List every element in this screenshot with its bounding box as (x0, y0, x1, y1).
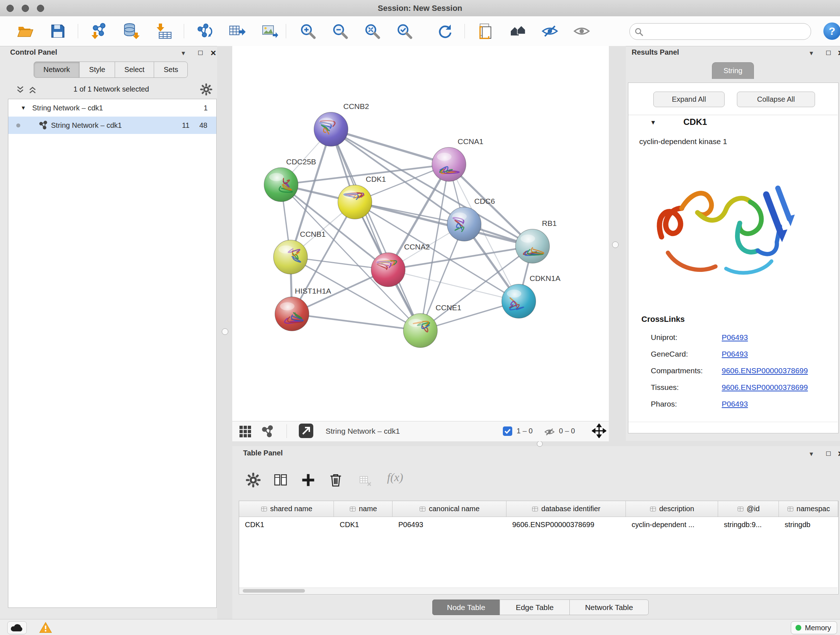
search-box[interactable] (630, 23, 811, 40)
network-row[interactable]: String Network – cdk1 11 48 (8, 117, 216, 134)
table-cell[interactable]: stringdb:9... (718, 517, 779, 532)
panel-menu-icon[interactable]: ▾ (810, 450, 813, 458)
close-panel-icon[interactable]: × (210, 49, 216, 57)
expand-all-button[interactable]: Expand All (653, 92, 725, 107)
column-header--id[interactable]: @id (718, 501, 779, 517)
network-collection-row[interactable]: ▼ String Network – cdk1 1 (8, 99, 216, 117)
tab-node-table[interactable]: Node Table (432, 600, 500, 615)
tab-select[interactable]: Select (115, 62, 155, 78)
eye-slash-icon[interactable] (541, 22, 559, 40)
import-network-file-icon[interactable] (90, 22, 107, 40)
collapse-section-icon[interactable]: ▼ (650, 119, 656, 126)
horizontal-scrollbar[interactable] (239, 587, 837, 594)
network-canvas[interactable]: CCNB2CCNA1CDC25BCDK1CDC6RB1CCNB1CCNA2CDK… (232, 46, 609, 421)
close-panel-icon[interactable]: × (838, 450, 840, 458)
column-header-shared-name[interactable]: shared name (239, 501, 334, 517)
network-node-CCNA2[interactable] (371, 253, 405, 287)
help-icon[interactable]: ? (823, 22, 840, 40)
scrollbar-thumb[interactable] (243, 589, 305, 593)
open-in-new-icon[interactable] (299, 424, 313, 438)
eye-icon[interactable] (573, 22, 591, 40)
tab-network-table[interactable]: Network Table (569, 600, 649, 615)
zoom-fit-icon[interactable] (363, 22, 381, 40)
function-builder-icon[interactable]: f(x) (387, 470, 403, 484)
network-view[interactable]: CCNB2CCNA1CDC25BCDK1CDC6RB1CCNB1CCNA2CDK… (232, 46, 609, 421)
tab-string[interactable]: String (712, 62, 754, 79)
export-image-icon[interactable] (261, 22, 278, 40)
memory-button[interactable]: Memory (791, 621, 837, 634)
zoom-selected-icon[interactable] (396, 22, 413, 40)
grid-view-icon[interactable] (239, 425, 252, 438)
splitter-grip[interactable] (222, 328, 228, 335)
crosslink-value[interactable]: P06493 (722, 333, 748, 341)
column-header-database-identifier[interactable]: database identifier (507, 501, 626, 517)
delete-column-trash-icon[interactable] (328, 472, 344, 488)
table-cell[interactable]: 9606.ENSP00000378699 (507, 517, 626, 532)
tab-style[interactable]: Style (79, 62, 115, 78)
warning-icon[interactable] (39, 621, 52, 634)
column-header-namespac[interactable]: namespac (779, 501, 838, 517)
move-crosshair-icon[interactable] (592, 424, 606, 438)
import-network-database-icon[interactable] (122, 22, 140, 40)
search-input[interactable] (647, 25, 804, 38)
table-settings-gear-icon[interactable] (245, 472, 261, 488)
crosslink-value[interactable]: P06493 (722, 400, 748, 408)
network-node-CCNB1[interactable] (273, 240, 308, 274)
new-network-icon[interactable] (196, 22, 213, 40)
show-columns-icon[interactable] (273, 472, 289, 488)
gear-icon[interactable] (200, 83, 213, 96)
table-cell[interactable]: CDK1 (239, 517, 334, 532)
network-node-CDC6[interactable] (447, 207, 481, 241)
selected-checkbox-icon[interactable] (503, 426, 512, 436)
tree-expand-icon[interactable]: ▼ (21, 99, 26, 117)
houses-icon[interactable] (509, 22, 527, 40)
collapse-all-button[interactable]: Collapse All (737, 92, 815, 107)
refresh-icon[interactable] (436, 22, 454, 40)
crosslink-label: Tissues: (651, 379, 722, 396)
network-node-CDK1[interactable] (338, 185, 372, 219)
close-panel-icon[interactable]: × (838, 49, 840, 57)
column-header-canonical-name[interactable]: canonical name (393, 501, 507, 517)
table-row[interactable]: CDK1CDK1P064939606.ENSP00000378699cyclin… (239, 517, 837, 532)
import-table-icon[interactable] (155, 22, 172, 40)
column-header-name[interactable]: name (334, 501, 393, 517)
table-header-row: shared namenamecanonical namedatabase id… (239, 501, 837, 517)
share-view-icon[interactable] (261, 425, 274, 438)
hidden-eye-icon[interactable] (544, 426, 555, 437)
panel-menu-icon[interactable]: ▾ (810, 49, 813, 57)
tab-network[interactable]: Network (34, 62, 80, 78)
crosslink-row: Pharos:P06493 (651, 396, 832, 412)
zoom-out-icon[interactable] (332, 22, 349, 40)
crosslink-value[interactable]: P06493 (722, 350, 748, 358)
tab-sets[interactable]: Sets (154, 62, 188, 78)
table-cell[interactable]: stringdb (779, 517, 838, 532)
network-node-CCNB2[interactable] (314, 112, 348, 146)
save-session-icon[interactable] (49, 22, 66, 40)
add-column-plus-icon[interactable] (300, 472, 316, 488)
float-panel-icon[interactable]: ◻ (197, 48, 203, 57)
document-copy-icon[interactable] (477, 22, 494, 40)
crosslink-value[interactable]: 9606.ENSP00000378699 (722, 366, 808, 375)
crosslink-label: Compartments: (651, 363, 722, 379)
crosslink-value[interactable]: 9606.ENSP00000378699 (722, 383, 808, 391)
network-node-CCNA1[interactable] (432, 147, 466, 181)
hidden-count: 0 – 0 (559, 421, 575, 441)
zoom-in-icon[interactable] (299, 22, 317, 40)
tab-edge-table[interactable]: Edge Table (500, 600, 570, 615)
panel-menu-icon[interactable]: ▾ (182, 49, 185, 57)
table-cell[interactable]: P06493 (393, 517, 507, 532)
splitter-grip[interactable] (612, 241, 619, 248)
cloud-button[interactable] (7, 621, 27, 634)
float-panel-icon[interactable]: ◻ (826, 449, 831, 457)
network-node-CDKN1A[interactable] (502, 284, 536, 318)
network-node-HIST1H1A[interactable] (275, 297, 309, 331)
network-node-CDC25B[interactable] (264, 168, 298, 202)
network-node-RB1[interactable] (515, 229, 549, 263)
export-table-icon[interactable] (228, 22, 246, 40)
column-header-description[interactable]: description (626, 501, 718, 517)
table-cell[interactable]: cyclin-dependent ... (626, 517, 718, 532)
network-node-CCNE1[interactable] (403, 314, 437, 348)
open-session-icon[interactable] (17, 22, 34, 40)
table-cell[interactable]: CDK1 (334, 517, 393, 532)
float-panel-icon[interactable]: ◻ (826, 48, 831, 57)
